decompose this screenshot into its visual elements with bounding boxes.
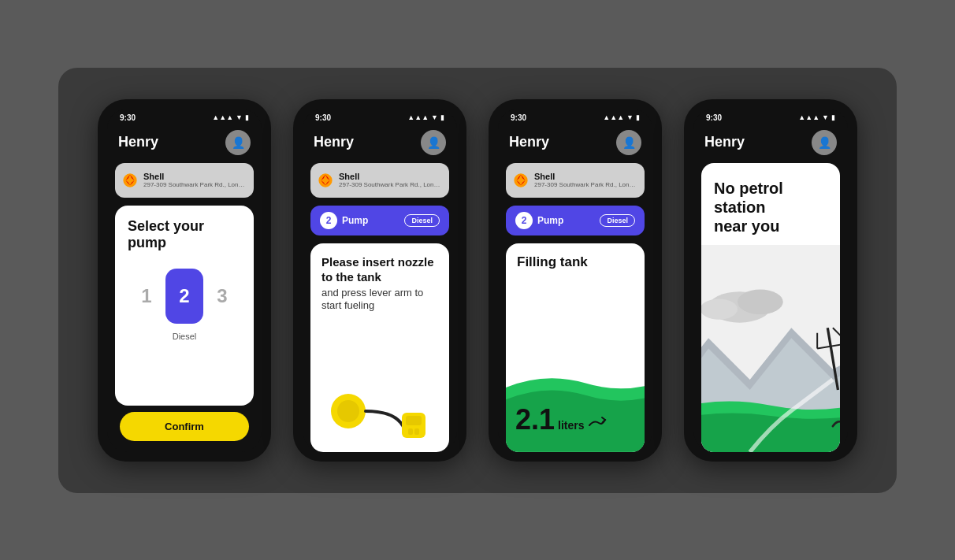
shell-address-1: 297-309 Southwark Park Rd., London SE16 … (143, 181, 246, 188)
content-area-1: Select your pump 1 2 3 Diesel (115, 206, 254, 406)
nozzle-text: Please insert nozzle to the tank and pre… (310, 243, 449, 320)
wifi-icon: ▼ (236, 113, 243, 121)
phone-1: 9:30 ▲▲▲ ▼ ▮ Henry 👤 Shell (98, 99, 271, 462)
no-station-content: No petrol station near you (701, 163, 840, 452)
shell-logo-1 (123, 169, 137, 191)
signal-icon-4: ▲▲▲ (798, 113, 819, 121)
liters-display: 2.1 liters (515, 403, 607, 436)
user-name-4: Henry (704, 134, 745, 150)
status-bar-2: 9:30 ▲▲▲ ▼ ▮ (303, 109, 457, 125)
status-time-4: 9:30 (706, 113, 722, 122)
shell-name-3: Shell (534, 172, 637, 181)
pump-option-3[interactable]: 3 (203, 269, 241, 324)
content-area-3: Filling tank 2.1 liters (506, 243, 645, 452)
no-station-line1: No petrol station (714, 180, 783, 216)
pump-option-2[interactable]: 2 (165, 269, 203, 324)
svg-point-11 (518, 178, 522, 182)
landscape-illustration (701, 245, 840, 452)
shell-card-1[interactable]: Shell 297-309 Southwark Park Rd., London… (115, 163, 254, 198)
landscape-svg (701, 245, 840, 452)
shell-logo-3 (514, 169, 528, 191)
pump-bar-left-2: 2 Pump (320, 212, 368, 229)
status-icons-1: ▲▲▲ ▼ ▮ (212, 113, 249, 121)
battery-icon: ▮ (245, 113, 249, 121)
signal-icon: ▲▲▲ (212, 113, 233, 121)
content-area-2: Please insert nozzle to the tank and pre… (310, 243, 449, 452)
status-bar-3: 9:30 ▲▲▲ ▼ ▮ (498, 109, 652, 125)
wifi-icon-3: ▼ (626, 113, 634, 121)
svg-rect-9 (414, 428, 419, 435)
shell-logo-2 (318, 169, 333, 191)
shell-card-2[interactable]: Shell 297-309 Southwark Park Rd., London… (310, 163, 449, 198)
phone-3: 9:30 ▲▲▲ ▼ ▮ Henry 👤 Shell (489, 99, 662, 462)
pump-number-3: 2 (515, 212, 533, 229)
avatar-3: 👤 (616, 130, 641, 155)
pump-option-1[interactable]: 1 (128, 269, 165, 324)
wifi-icon-4: ▼ (822, 113, 829, 121)
pump-selector[interactable]: 1 2 3 (115, 261, 254, 332)
status-icons-4: ▲▲▲ ▼ ▮ (798, 113, 835, 121)
pump-bar-left-3: 2 Pump (515, 212, 563, 229)
avatar-4: 👤 (812, 130, 837, 155)
nozzle-subtitle: and press lever arm to start fueling (321, 287, 438, 313)
svg-point-1 (128, 178, 132, 182)
diesel-label: Diesel (115, 332, 254, 349)
svg-point-5 (337, 400, 359, 422)
diesel-badge-3: Diesel (600, 214, 635, 227)
nozzle-title: Please insert nozzle to the tank (321, 254, 438, 285)
app-header-3: Henry 👤 (498, 125, 652, 163)
svg-rect-8 (408, 428, 413, 435)
signal-icon-3: ▲▲▲ (603, 113, 624, 121)
confirm-button[interactable]: Confirm (120, 412, 249, 441)
scene: 9:30 ▲▲▲ ▼ ▮ Henry 👤 Shell (58, 68, 897, 493)
status-icons-2: ▲▲▲ ▼ ▮ (407, 113, 444, 121)
pump-bar-2: 2 Pump Diesel (310, 206, 449, 235)
status-bar-1: 9:30 ▲▲▲ ▼ ▮ (107, 109, 262, 125)
liters-value: 2.1 (515, 403, 555, 436)
svg-rect-7 (406, 416, 422, 425)
status-bar-4: 9:30 ▲▲▲ ▼ ▮ (693, 109, 848, 125)
phone-2: 9:30 ▲▲▲ ▼ ▮ Henry 👤 Shell (293, 99, 466, 462)
app-header-2: Henry 👤 (303, 125, 457, 163)
battery-icon-3: ▮ (636, 113, 640, 121)
no-station-line2: near you (714, 217, 779, 235)
svg-point-14 (738, 289, 783, 314)
shell-name-2: Shell (339, 172, 441, 181)
diesel-badge-2: Diesel (404, 214, 440, 227)
svg-point-15 (701, 299, 738, 319)
liters-arrow-icon (588, 414, 607, 429)
battery-icon-2: ▮ (440, 113, 444, 121)
app-header-4: Henry 👤 (693, 125, 848, 163)
status-time-1: 9:30 (120, 113, 136, 122)
signal-icon-2: ▲▲▲ (407, 113, 429, 121)
user-name-1: Henry (118, 134, 158, 150)
nozzle-svg (317, 364, 443, 443)
liters-unit: liters (558, 419, 584, 432)
status-icons-3: ▲▲▲ ▼ ▮ (603, 113, 640, 121)
user-name-3: Henry (509, 134, 549, 150)
svg-point-3 (323, 178, 327, 182)
pump-bar-3: 2 Pump Diesel (506, 206, 645, 235)
avatar-1: 👤 (225, 130, 251, 155)
select-pump-title: Select your pump (115, 206, 254, 261)
shell-info-1: Shell 297-309 Southwark Park Rd., London… (143, 172, 246, 188)
shell-name-1: Shell (143, 172, 246, 181)
phone-4: 9:30 ▲▲▲ ▼ ▮ Henry 👤 No petrol station n… (684, 99, 857, 462)
pump-label-3: Pump (537, 215, 563, 226)
shell-card-3[interactable]: Shell 297-309 Southwark Park Rd., London… (506, 163, 645, 198)
avatar-2: 👤 (421, 130, 446, 155)
shell-address-3: 297-309 Southwark Park Rd., London SE16 … (534, 181, 637, 188)
no-station-text: No petrol station near you (701, 163, 840, 245)
battery-icon-4: ▮ (831, 113, 835, 121)
user-name-2: Henry (314, 134, 354, 150)
shell-info-2: Shell 297-309 Southwark Park Rd., London… (339, 172, 441, 188)
app-header-1: Henry 👤 (107, 125, 262, 163)
filling-content: 2.1 liters (506, 276, 645, 452)
wifi-icon-2: ▼ (431, 113, 438, 121)
status-time-2: 9:30 (315, 113, 331, 122)
pump-label-2: Pump (342, 215, 368, 226)
shell-info-3: Shell 297-309 Southwark Park Rd., London… (534, 172, 637, 188)
shell-address-2: 297-309 Southwark Park Rd., London SE16 … (339, 181, 441, 188)
pump-number-2: 2 (320, 212, 337, 229)
status-time-3: 9:30 (511, 113, 526, 122)
